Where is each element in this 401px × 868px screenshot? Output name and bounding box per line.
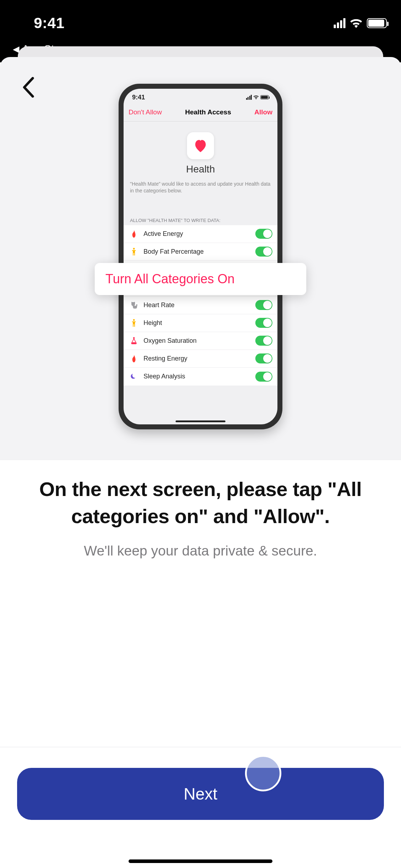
mock-permission-label: Height: [144, 319, 255, 327]
toggle-on-icon: [255, 318, 272, 328]
illustration-container: 9:41 Don't Allow Health Access Allow: [0, 84, 401, 460]
toggle-on-icon: [255, 229, 272, 239]
mock-description: "Health Mate" would like to access and u…: [124, 181, 277, 194]
flask-icon: [129, 337, 139, 345]
svg-point-4: [133, 319, 135, 321]
mock-nav-bar: Don't Allow Health Access Allow: [124, 103, 277, 122]
mock-dont-allow-button: Don't Allow: [129, 108, 162, 116]
mock-permission-row: Resting Energy: [124, 350, 277, 368]
flame-icon: [129, 230, 139, 238]
mock-permission-row: Heart Rate: [124, 296, 277, 314]
mock-permission-label: Active Energy: [144, 230, 255, 238]
mock-permission-label: Sleep Analysis: [144, 373, 255, 380]
status-right-cluster: [334, 18, 387, 28]
body-icon: [129, 248, 139, 255]
flame-icon: [129, 355, 139, 362]
mock-permission-row: Body Fat Percentage: [124, 243, 277, 261]
mock-body: Health "Health Mate" would like to acces…: [124, 122, 277, 386]
heart-icon: [193, 139, 208, 152]
turn-all-categories-pill: Turn All Categories On: [95, 263, 306, 295]
next-button[interactable]: Next: [17, 768, 384, 820]
mock-phone-frame: 9:41 Don't Allow Health Access Allow: [119, 84, 282, 429]
mock-permission-row: Active Energy: [124, 225, 277, 243]
battery-icon: [367, 18, 387, 28]
body-icon: [129, 319, 139, 327]
svg-point-0: [133, 248, 135, 250]
mock-permission-row: Oxygen Saturation: [124, 332, 277, 350]
mock-home-indicator: [176, 420, 225, 422]
svg-point-3: [136, 304, 137, 306]
instruction-subline: We'll keep your data private & secure.: [18, 543, 383, 559]
steth-icon: [129, 301, 139, 309]
mock-permission-list: Active EnergyBody Fat PercentageBody Mas…: [124, 225, 277, 386]
toggle-on-icon: [255, 336, 272, 346]
mock-permission-row: Sleep Analysis: [124, 368, 277, 386]
device-status-bar: 9:41: [0, 0, 401, 43]
mock-status-bar: 9:41: [124, 89, 277, 103]
status-time: 9:41: [34, 15, 64, 32]
mock-permission-row: Height: [124, 314, 277, 332]
next-button-label: Next: [184, 784, 218, 804]
wifi-icon: [350, 18, 363, 28]
mock-app-name: Health: [124, 164, 277, 175]
mock-section-header: ALLOW "HEALTH MATE" TO WRITE DATA:: [124, 194, 277, 225]
home-indicator[interactable]: [129, 859, 272, 863]
mock-permission-label: Oxygen Saturation: [144, 337, 255, 345]
moon-icon: [129, 373, 139, 380]
instruction-headline: On the next screen, please tap "All cate…: [18, 476, 383, 529]
toggle-on-icon: [255, 300, 272, 310]
mock-status-time: 9:41: [132, 94, 145, 101]
mock-nav-title: Health Access: [185, 108, 231, 116]
mock-permission-label: Body Fat Percentage: [144, 248, 255, 255]
toggle-on-icon: [255, 247, 272, 257]
health-app-icon: [187, 132, 214, 159]
toggle-on-icon: [255, 353, 272, 363]
wifi-icon: [253, 95, 259, 99]
bottom-bar: Next: [0, 747, 401, 868]
mock-phone-screen: 9:41 Don't Allow Health Access Allow: [124, 89, 277, 424]
battery-icon: [260, 95, 269, 99]
toggle-on-icon: [255, 372, 272, 382]
mock-permission-label: Heart Rate: [144, 301, 255, 309]
cellular-signal-icon: [334, 18, 345, 28]
cellular-signal-icon: [246, 95, 252, 100]
main-sheet: 9:41 Don't Allow Health Access Allow: [0, 57, 401, 868]
mock-allow-button: Allow: [254, 108, 272, 116]
mock-permission-label: Resting Energy: [144, 355, 255, 362]
